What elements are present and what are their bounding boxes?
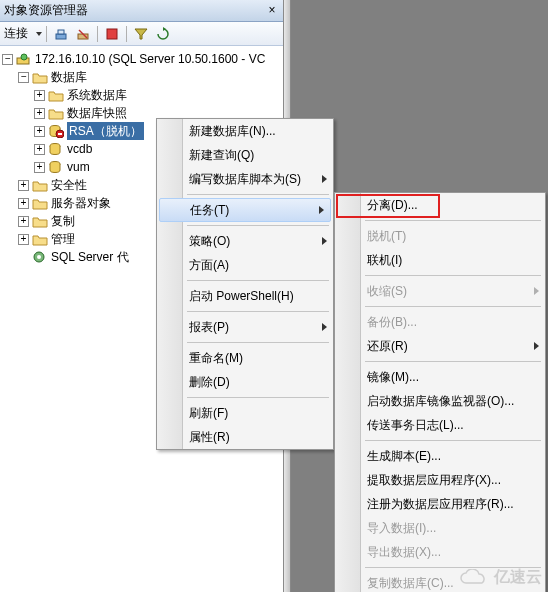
expand-icon[interactable]: + (34, 108, 45, 119)
menu-register-dac[interactable]: 注册为数据层应用程序(R)... (335, 492, 545, 516)
svg-point-15 (37, 255, 41, 259)
menu-facets[interactable]: 方面(A) (157, 253, 333, 277)
cloud-icon (458, 569, 490, 587)
context-menu-tasks: 分离(D)... 脱机(T) 联机(I) 收缩(S) 备份(B)... 还原(R… (334, 192, 546, 592)
tree-label: 服务器对象 (51, 194, 111, 212)
tree-label: 复制 (51, 212, 75, 230)
menu-restore[interactable]: 还原(R) (335, 334, 545, 358)
menu-label: 还原(R) (367, 338, 408, 355)
connect-dropdown-icon[interactable] (36, 32, 42, 36)
tree-label: 安全性 (51, 176, 87, 194)
menu-online[interactable]: 联机(I) (335, 248, 545, 272)
tree-label: vcdb (67, 140, 92, 158)
menu-delete[interactable]: 删除(D) (157, 370, 333, 394)
toolbar-separator (46, 26, 47, 42)
menu-launch-monitor[interactable]: 启动数据库镜像监视器(O)... (335, 389, 545, 413)
menu-new-database[interactable]: 新建数据库(N)... (157, 119, 333, 143)
menu-label: 刷新(F) (189, 405, 228, 422)
tree-label: 数据库 (51, 68, 87, 86)
collapse-icon[interactable]: − (2, 54, 13, 65)
expand-icon[interactable]: + (34, 126, 45, 137)
expand-icon[interactable]: + (18, 216, 29, 227)
menu-label: 策略(O) (189, 233, 230, 250)
disconnect-icon[interactable] (73, 25, 93, 43)
menu-import-data[interactable]: 导入数据(I)... (335, 516, 545, 540)
tree-label: vum (67, 158, 90, 176)
expand-icon[interactable]: + (34, 144, 45, 155)
submenu-arrow-icon (322, 323, 327, 331)
connect-label[interactable]: 连接 (4, 25, 28, 42)
menu-policies[interactable]: 策略(O) (157, 229, 333, 253)
menu-reports[interactable]: 报表(P) (157, 315, 333, 339)
menu-label: 生成脚本(E)... (367, 448, 441, 465)
svg-marker-5 (135, 29, 147, 39)
server-icon (16, 52, 32, 66)
menu-gen-scripts[interactable]: 生成脚本(E)... (335, 444, 545, 468)
folder-icon (32, 214, 48, 228)
database-icon (48, 142, 64, 156)
tree-label: RSA（脱机） (67, 122, 144, 140)
menu-label: 方面(A) (189, 257, 229, 274)
panel-title: 对象资源管理器 (4, 2, 265, 19)
folder-icon (32, 70, 48, 84)
menu-export-data[interactable]: 导出数据(X)... (335, 540, 545, 564)
menu-label: 传送事务日志(L)... (367, 417, 464, 434)
menu-script-db-as[interactable]: 编写数据库脚本为(S) (157, 167, 333, 191)
menu-separator (365, 220, 541, 221)
tree-label: SQL Server 代 (51, 248, 129, 266)
toolbar-separator (126, 26, 127, 42)
menu-label: 导出数据(X)... (367, 544, 441, 561)
menu-separator (365, 361, 541, 362)
expand-icon[interactable]: + (18, 198, 29, 209)
sql-agent-icon (32, 250, 48, 264)
menu-label: 镜像(M)... (367, 369, 419, 386)
folder-icon (32, 196, 48, 210)
refresh-icon[interactable] (153, 25, 173, 43)
expand-icon[interactable]: + (18, 234, 29, 245)
menu-detach[interactable]: 分离(D)... (335, 193, 545, 217)
menu-start-powershell[interactable]: 启动 PowerShell(H) (157, 284, 333, 308)
menu-mirror[interactable]: 镜像(M)... (335, 365, 545, 389)
menu-backup[interactable]: 备份(B)... (335, 310, 545, 334)
filter-icon[interactable] (131, 25, 151, 43)
menu-new-query[interactable]: 新建查询(Q) (157, 143, 333, 167)
menu-separator (187, 311, 329, 312)
menu-ship-logs[interactable]: 传送事务日志(L)... (335, 413, 545, 437)
menu-label: 导入数据(I)... (367, 520, 436, 537)
menu-label: 注册为数据层应用程序(R)... (367, 496, 514, 513)
menu-label: 复制数据库(C)... (367, 575, 454, 592)
menu-tasks[interactable]: 任务(T) (159, 198, 331, 222)
close-icon[interactable]: × (265, 4, 279, 18)
tree-node-sys-db[interactable]: + 系统数据库 (2, 86, 281, 104)
menu-refresh[interactable]: 刷新(F) (157, 401, 333, 425)
collapse-icon[interactable]: − (18, 72, 29, 83)
menu-label: 新建查询(Q) (189, 147, 254, 164)
menu-rename[interactable]: 重命名(M) (157, 346, 333, 370)
svg-rect-0 (56, 34, 66, 39)
menu-separator (187, 342, 329, 343)
stop-icon[interactable] (102, 25, 122, 43)
menu-separator (187, 194, 329, 195)
expand-icon[interactable]: + (34, 162, 45, 173)
database-offline-icon (48, 124, 64, 138)
tree-node-server[interactable]: − 172.16.10.10 (SQL Server 10.50.1600 - … (2, 50, 281, 68)
menu-offline[interactable]: 脱机(T) (335, 224, 545, 248)
submenu-arrow-icon (534, 287, 539, 295)
submenu-arrow-icon (319, 206, 324, 214)
menu-extract-dac[interactable]: 提取数据层应用程序(X)... (335, 468, 545, 492)
tree-node-databases[interactable]: − 数据库 (2, 68, 281, 86)
context-menu-database: 新建数据库(N)... 新建查询(Q) 编写数据库脚本为(S) 任务(T) 策略… (156, 118, 334, 450)
menu-label: 新建数据库(N)... (189, 123, 276, 140)
menu-label: 启动 PowerShell(H) (189, 288, 294, 305)
expand-icon[interactable]: + (34, 90, 45, 101)
tree-label: 系统数据库 (67, 86, 127, 104)
menu-shrink[interactable]: 收缩(S) (335, 279, 545, 303)
menu-label: 属性(R) (189, 429, 230, 446)
expand-icon[interactable]: + (18, 180, 29, 191)
menu-properties[interactable]: 属性(R) (157, 425, 333, 449)
folder-icon (48, 88, 64, 102)
connect-icon[interactable] (51, 25, 71, 43)
menu-label: 分离(D)... (367, 197, 418, 214)
toolbar: 连接 (0, 22, 283, 46)
menu-label: 脱机(T) (367, 228, 406, 245)
